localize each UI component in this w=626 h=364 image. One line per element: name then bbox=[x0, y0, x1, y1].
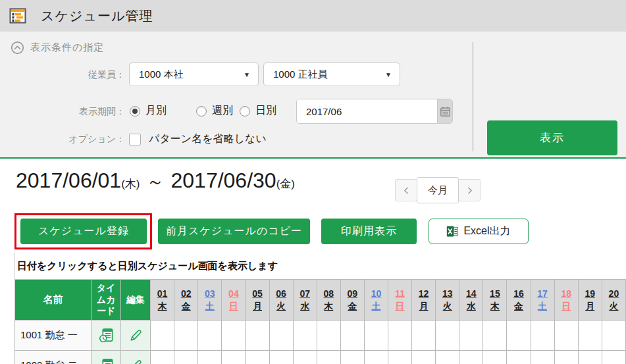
date-weekday-link[interactable]: 木 bbox=[317, 300, 340, 313]
table-left-border bbox=[14, 253, 15, 279]
date-column-header[interactable]: 17 土 bbox=[531, 280, 554, 321]
employment-type-select[interactable]: 1000 正社員 ▼ bbox=[263, 63, 400, 86]
date-number-link[interactable]: 10 bbox=[365, 288, 388, 300]
date-weekday-link[interactable]: 月 bbox=[579, 300, 602, 313]
date-column-header[interactable]: 06 火 bbox=[269, 280, 293, 321]
date-weekday-link[interactable]: 金 bbox=[507, 300, 530, 313]
date-column-header[interactable]: 01 木 bbox=[151, 280, 174, 321]
collapse-chevron-icon[interactable] bbox=[11, 41, 24, 55]
date-number-link[interactable]: 13 bbox=[436, 288, 459, 300]
date-number-link[interactable]: 03 bbox=[198, 288, 221, 300]
period-date-input[interactable] bbox=[297, 99, 437, 123]
timecard-button-cell[interactable] bbox=[91, 321, 121, 351]
department-select[interactable]: 1000 本社 ▼ bbox=[129, 63, 259, 86]
schedule-day-cell bbox=[317, 321, 340, 351]
date-column-header[interactable]: 18 日 bbox=[554, 280, 578, 321]
date-column-header[interactable]: 19 月 bbox=[578, 280, 602, 321]
date-weekday-link[interactable]: 水 bbox=[294, 300, 317, 313]
date-weekday-link[interactable]: 水 bbox=[459, 300, 483, 313]
date-column-header[interactable]: 03 土 bbox=[198, 280, 222, 321]
pencil-icon bbox=[128, 328, 143, 343]
name-column-header: 名前 bbox=[15, 280, 91, 321]
date-weekday-link[interactable]: 日 bbox=[388, 300, 411, 313]
date-range-row: 2017/06/01 (木) ～ 2017/06/30 (金) bbox=[16, 169, 615, 200]
table-instruction-note: 日付をクリックすると日別スケジュール画面を表示します bbox=[17, 260, 278, 273]
date-weekday-link[interactable]: 火 bbox=[436, 300, 459, 313]
range-tilde: ～ bbox=[146, 170, 164, 194]
date-column-header[interactable]: 20 火 bbox=[602, 280, 625, 321]
date-weekday-link[interactable]: 金 bbox=[174, 300, 197, 313]
timecard-button-cell[interactable] bbox=[91, 351, 121, 364]
filter-divider bbox=[473, 42, 473, 151]
date-weekday-link[interactable]: 日 bbox=[222, 300, 245, 313]
schedule-day-cell bbox=[436, 351, 459, 364]
date-number-link[interactable]: 18 bbox=[555, 288, 578, 300]
calendar-icon bbox=[439, 105, 452, 118]
date-number-link[interactable]: 09 bbox=[341, 288, 364, 300]
date-weekday-link[interactable]: 土 bbox=[198, 300, 221, 313]
date-weekday-link[interactable]: 月 bbox=[246, 300, 269, 313]
date-number-link[interactable]: 05 bbox=[246, 288, 269, 300]
date-weekday-link[interactable]: 木 bbox=[483, 300, 506, 313]
date-number-link[interactable]: 14 bbox=[459, 288, 483, 300]
current-month-button[interactable]: 今月 bbox=[417, 177, 459, 203]
show-button[interactable]: 表示 bbox=[487, 120, 617, 155]
date-column-header[interactable]: 09 金 bbox=[340, 280, 364, 321]
date-weekday-link[interactable]: 金 bbox=[341, 300, 364, 313]
radio-weekly[interactable]: 週別 bbox=[196, 104, 233, 118]
date-weekday-link[interactable]: 土 bbox=[365, 300, 388, 313]
option-label: オプション： bbox=[10, 134, 125, 145]
schedule-table: 名前 タイムカード 編集 01 木 02 金 03 土 04 日 05 月 06… bbox=[14, 279, 626, 364]
date-number-link[interactable]: 02 bbox=[174, 288, 197, 300]
edit-button-cell[interactable] bbox=[121, 351, 151, 364]
date-number-link[interactable]: 15 bbox=[483, 288, 506, 300]
filter-section-header[interactable]: 表示条件の指定 bbox=[11, 41, 104, 55]
filter-section-title: 表示条件の指定 bbox=[30, 41, 104, 54]
pattern-name-checkbox[interactable] bbox=[129, 134, 141, 145]
date-number-link[interactable]: 11 bbox=[388, 288, 411, 300]
date-weekday-link[interactable]: 木 bbox=[151, 300, 174, 313]
date-number-link[interactable]: 06 bbox=[270, 288, 293, 300]
date-column-header[interactable]: 04 日 bbox=[222, 280, 246, 321]
date-weekday-link[interactable]: 月 bbox=[412, 300, 435, 313]
date-column-header[interactable]: 12 月 bbox=[412, 280, 436, 321]
date-column-header[interactable]: 07 水 bbox=[293, 280, 317, 321]
date-column-header[interactable]: 05 月 bbox=[246, 280, 269, 321]
edit-button-cell[interactable] bbox=[121, 321, 151, 351]
date-weekday-link[interactable]: 土 bbox=[531, 300, 554, 313]
employee-name-cell: 1002 勤怠 二 bbox=[15, 351, 91, 364]
date-number-link[interactable]: 17 bbox=[531, 288, 554, 300]
date-column-header[interactable]: 14 水 bbox=[459, 280, 483, 321]
radio-daily[interactable]: 日別 bbox=[240, 104, 276, 118]
radio-monthly[interactable]: 月別 bbox=[130, 104, 167, 118]
excel-export-button[interactable]: Excel出力 bbox=[429, 219, 529, 244]
date-weekday-link[interactable]: 日 bbox=[555, 300, 578, 313]
date-number-link[interactable]: 07 bbox=[294, 288, 317, 300]
date-column-header[interactable]: 15 木 bbox=[483, 280, 507, 321]
copy-prev-month-button[interactable]: 前月スケジュールのコピー bbox=[158, 219, 310, 244]
date-number-link[interactable]: 12 bbox=[412, 288, 435, 300]
date-column-header[interactable]: 11 日 bbox=[388, 280, 412, 321]
date-column-header[interactable]: 16 金 bbox=[507, 280, 531, 321]
radio-daily-label: 日別 bbox=[255, 104, 276, 118]
schedule-day-cell bbox=[483, 351, 507, 364]
date-number-link[interactable]: 20 bbox=[602, 288, 625, 300]
date-weekday-link[interactable]: 火 bbox=[270, 300, 293, 313]
date-number-link[interactable]: 19 bbox=[579, 288, 602, 300]
calendar-picker-button[interactable] bbox=[437, 99, 452, 123]
schedule-day-cell bbox=[554, 351, 578, 364]
date-column-header[interactable]: 13 火 bbox=[436, 280, 459, 321]
date-number-link[interactable]: 16 bbox=[507, 288, 530, 300]
date-number-link[interactable]: 01 bbox=[151, 288, 174, 300]
date-column-header[interactable]: 10 土 bbox=[364, 280, 388, 321]
schedule-register-button[interactable]: スケジュール登録 bbox=[20, 219, 147, 244]
excel-export-label: Excel出力 bbox=[463, 224, 510, 238]
date-number-link[interactable]: 04 bbox=[222, 288, 245, 300]
next-month-button[interactable] bbox=[458, 179, 481, 201]
date-column-header[interactable]: 08 木 bbox=[317, 280, 340, 321]
date-number-link[interactable]: 08 bbox=[317, 288, 340, 300]
print-view-button[interactable]: 印刷用表示 bbox=[321, 219, 417, 244]
date-weekday-link[interactable]: 火 bbox=[602, 300, 625, 313]
date-column-header[interactable]: 02 金 bbox=[174, 280, 198, 321]
prev-month-button[interactable] bbox=[395, 179, 417, 201]
